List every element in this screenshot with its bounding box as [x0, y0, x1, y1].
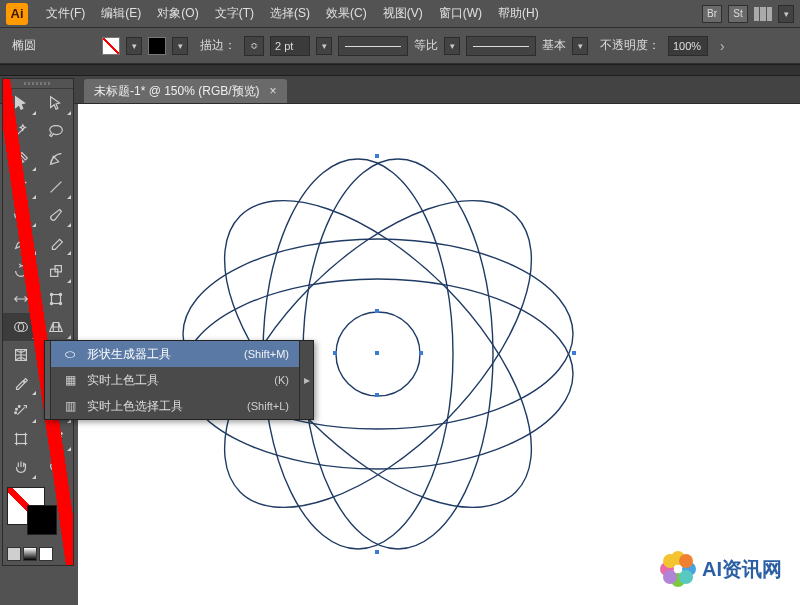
live-paint-icon: ▦ — [61, 373, 79, 387]
flyout-item-shortcut: (Shift+M) — [244, 348, 289, 360]
flyout-live-paint-selection[interactable]: ▥ 实时上色选择工具 (Shift+L) — [51, 393, 299, 419]
menu-file[interactable]: 文件(F) — [38, 5, 93, 22]
menu-effect[interactable]: 效果(C) — [318, 5, 375, 22]
flyout-live-paint-bucket[interactable]: ▦ 实时上色工具 (K) — [51, 367, 299, 393]
opacity-field[interactable]: 100% — [668, 36, 708, 56]
watermark-text: AI资讯网 — [702, 556, 782, 583]
watermark: AI资讯网 — [660, 551, 782, 587]
toolbox — [2, 78, 74, 566]
flyout-detach-icon[interactable]: ▸ — [299, 341, 313, 419]
opacity-label: 不透明度： — [600, 37, 660, 54]
document-tab[interactable]: 未标题-1* @ 150% (RGB/预览) × — [84, 79, 287, 103]
stroke-dropdown[interactable]: ▾ — [172, 37, 188, 55]
brush-preview[interactable] — [466, 36, 536, 56]
svg-rect-13 — [375, 550, 379, 554]
live-paint-select-icon: ▥ — [61, 399, 79, 413]
stroke-weight-stepper[interactable]: ≎ — [244, 36, 264, 56]
menu-object[interactable]: 对象(O) — [149, 5, 206, 22]
close-tab-icon[interactable]: × — [270, 84, 277, 98]
sub-strip — [0, 64, 800, 76]
menu-help[interactable]: 帮助(H) — [490, 5, 547, 22]
tool-flyout: ⬭ 形状生成器工具 (Shift+M) ▦ 实时上色工具 (K) ▥ 实时上色选… — [44, 340, 314, 420]
brush-label: 基本 — [542, 37, 566, 54]
controlbar-overflow-icon[interactable]: › — [720, 38, 725, 54]
brush-dropdown[interactable]: ▾ — [572, 37, 588, 55]
workspace-dropdown[interactable]: ▾ — [778, 5, 794, 23]
color-picker[interactable] — [3, 481, 73, 565]
menu-select[interactable]: 选择(S) — [262, 5, 318, 22]
svg-rect-11 — [375, 393, 379, 397]
document-tab-bar: 未标题-1* @ 150% (RGB/预览) × — [0, 76, 800, 104]
svg-rect-12 — [375, 154, 379, 158]
svg-rect-8 — [333, 351, 337, 355]
workspace-layout-icon[interactable] — [754, 7, 772, 21]
stroke-weight-dropdown[interactable]: ▾ — [316, 37, 332, 55]
stroke-label: 描边： — [200, 37, 236, 54]
menu-type[interactable]: 文字(T) — [207, 5, 262, 22]
width-profile-label: 等比 — [414, 37, 438, 54]
flyout-shape-builder[interactable]: ⬭ 形状生成器工具 (Shift+M) — [51, 341, 299, 367]
flyout-item-shortcut: (K) — [274, 374, 289, 386]
fill-dropdown[interactable]: ▾ — [126, 37, 142, 55]
app-logo: Ai — [6, 3, 28, 25]
width-profile-dropdown[interactable]: ▾ — [444, 37, 460, 55]
bridge-badge[interactable]: Br — [702, 5, 722, 23]
menu-edit[interactable]: 编辑(E) — [93, 5, 149, 22]
shape-builder-icon: ⬭ — [61, 347, 79, 361]
menu-view[interactable]: 视图(V) — [375, 5, 431, 22]
svg-rect-9 — [419, 351, 423, 355]
svg-rect-10 — [375, 309, 379, 313]
menu-window[interactable]: 窗口(W) — [431, 5, 490, 22]
stroke-swatch[interactable] — [148, 37, 166, 55]
flyout-item-shortcut: (Shift+L) — [247, 400, 289, 412]
flower-icon — [660, 551, 696, 587]
stock-badge[interactable]: St — [728, 5, 748, 23]
color-mode-none[interactable] — [39, 547, 53, 561]
flyout-item-label: 实时上色工具 — [87, 372, 159, 389]
fill-swatch[interactable] — [102, 37, 120, 55]
svg-rect-7 — [375, 351, 379, 355]
selection-label: 椭圆 — [6, 37, 96, 54]
width-profile-preview[interactable] — [338, 36, 408, 56]
control-bar: 椭圆 ▾ ▾ 描边： ≎ 2 pt ▾ 等比 ▾ 基本 ▾ 不透明度： 100%… — [0, 28, 800, 64]
document-tab-title: 未标题-1* @ 150% (RGB/预览) — [94, 83, 260, 100]
svg-rect-15 — [572, 351, 576, 355]
menu-bar: Ai 文件(F) 编辑(E) 对象(O) 文字(T) 选择(S) 效果(C) 视… — [0, 0, 800, 28]
flyout-item-label: 实时上色选择工具 — [87, 398, 183, 415]
svg-point-2 — [303, 159, 493, 549]
stroke-weight-field[interactable]: 2 pt — [270, 36, 310, 56]
flyout-item-label: 形状生成器工具 — [87, 346, 171, 363]
